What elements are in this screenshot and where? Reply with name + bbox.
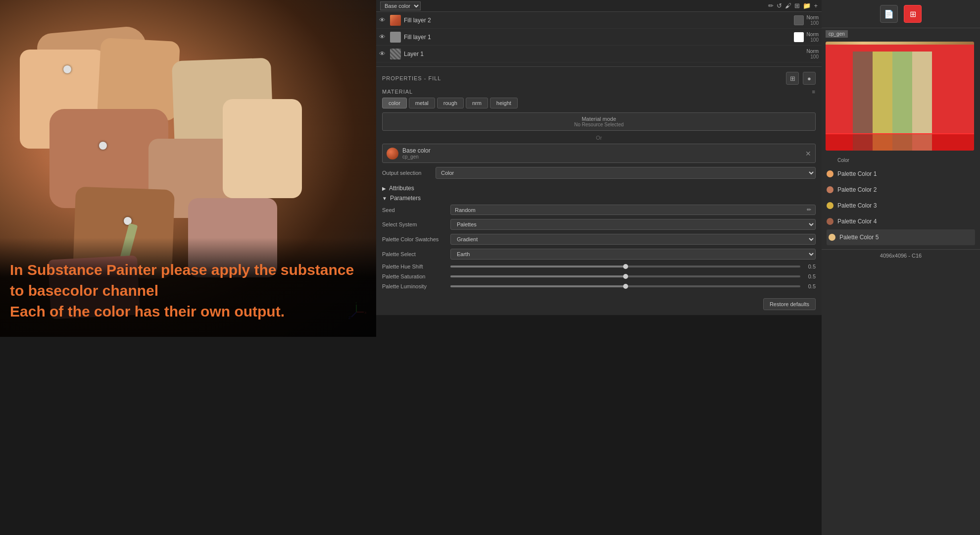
preview-header: 📄 ⊞ [822,0,980,28]
channel-tabs: color metal rough nrm height [382,98,816,108]
preview-panel: 📄 ⊞ cp_gen Color Palette Color 1 [822,0,980,535]
layer-thumbnail [390,49,401,59]
edit-icon[interactable]: ✏ [807,207,811,213]
hue-shift-track[interactable] [450,266,800,268]
document-icon-btn[interactable]: 📄 [880,5,898,23]
luminosity-value: 0.5 [803,283,816,289]
preview-image-area [826,42,974,151]
material-header: MATERIAL ≡ [382,89,816,95]
texture-icon-btn[interactable]: ⊞ [904,5,922,23]
palette-swatches-dropdown[interactable]: Gradient [450,234,816,245]
param-select-system: Select System Palettes [382,219,816,230]
saturation-thumb[interactable] [623,274,628,279]
preview-footer: 4096x4096 - C16 [822,249,980,262]
close-icon[interactable]: ✕ [805,150,811,158]
palette-item-name: Palette Color 1 [837,170,877,177]
properties-header: PROPERTIES - FILL ⊞ ● [382,72,816,85]
hue-shift-thumb[interactable] [623,264,628,269]
saturation-fill [450,275,626,277]
material-mode-box: Material mode No Resource Selected [382,112,816,131]
saturation-slider-container: 0.5 [450,273,816,279]
eye-icon[interactable]: 👁 [379,33,387,41]
color-header-label: Color [837,158,849,163]
palette-item-name: Palette Color 5 [839,234,879,241]
layers-header: Base color ✏ ↺ 🖌 ⊞ 📁 + [376,0,822,12]
tab-rough[interactable]: rough [437,98,464,108]
base-color-info: Base color cp_gen [402,147,801,160]
instruction-line1: In Substance Painter please apply the su… [10,260,366,301]
layer-blend: Norm 100 [807,15,819,26]
saturation-track[interactable] [450,275,800,277]
tab-color[interactable]: color [382,98,407,108]
saturation-value: 0.5 [803,273,816,279]
param-saturation: Palette Saturation 0.5 [382,273,816,279]
luminosity-thumb[interactable] [623,284,628,289]
palette-item[interactable]: Palette Color 1 [827,166,975,182]
luminosity-track[interactable] [450,285,800,287]
layer-name: Fill layer 2 [404,17,791,24]
attributes-label: Attributes [389,185,414,192]
eye-icon[interactable]: 👁 [379,16,387,24]
parameters-toggle[interactable]: ▼ Parameters [382,195,816,202]
palette-select-label: Palette Select [382,251,446,257]
luminosity-slider-container: 0.5 [450,283,816,289]
instruction-line2: Each of the color has their own output. [10,301,366,322]
or-divider: Or [382,135,816,141]
folder-icon[interactable]: 📁 [803,2,811,9]
palette-dot [829,234,835,241]
palette-dot [827,170,833,177]
eye-icon[interactable]: 👁 [379,50,387,57]
layers-icon-btn[interactable]: ⊞ [786,72,799,85]
palette-dot [827,218,833,225]
attributes-toggle[interactable]: ▶ Attributes [382,185,816,192]
layer-row[interactable]: 👁 Layer 1 Norm 100 [376,46,822,62]
layer-name: Fill layer 1 [404,34,791,41]
output-select[interactable]: Color [436,167,816,179]
palette-item[interactable]: Palette Color 2 [827,182,975,198]
restore-defaults-button[interactable]: Restore defaults [763,298,816,310]
seed-text: Random [455,207,476,213]
select-system-dropdown[interactable]: Palettes [450,219,816,230]
material-label: MATERIAL [382,89,413,95]
material-filter-icon: ≡ [812,89,816,95]
layers-header-left: Base color [380,1,421,10]
header-icons: ✏ ↺ 🖌 ⊞ 📁 + [768,2,818,9]
add-layer-icon[interactable]: + [814,2,818,9]
layer-mask [794,15,804,25]
layer-row[interactable]: 👁 Fill layer 1 Norm 100 [376,29,822,46]
chevron-right-icon: ▶ [382,186,386,191]
palette-item-name: Palette Color 3 [837,202,877,209]
layer-thumbnail [390,32,401,43]
tab-height[interactable]: height [490,98,518,108]
layer-icon[interactable]: ⊞ [794,2,800,9]
param-palette-select: Palette Select Earth [382,249,816,260]
channel-select[interactable]: Base color [380,1,421,10]
instruction-overlay: In Substance Painter please apply the su… [0,238,376,337]
param-palette-swatches: Palette Color Swatches Gradient [382,234,816,245]
cp-gen-label: cp_gen [826,30,848,38]
layer-row[interactable]: 👁 Fill layer 2 Norm 100 [376,12,822,29]
history-icon[interactable]: ↺ [777,2,782,9]
hue-shift-fill [450,266,626,268]
hue-shift-slider-container: 0.5 [450,264,816,269]
base-color-row[interactable]: Base color cp_gen ✕ [382,144,816,163]
tab-nrm[interactable]: nrm [466,98,488,108]
palette-dot [827,202,833,209]
properties-icons: ⊞ ● [786,72,816,85]
brush-icon[interactable]: 🖌 [785,2,791,9]
palette-select-dropdown[interactable]: Earth [450,249,816,260]
color-bar [826,42,974,45]
brush-icon-btn[interactable]: ● [803,72,816,85]
hue-shift-label: Palette Hue Shift [382,264,446,269]
tab-metal[interactable]: metal [409,98,435,108]
layer-thumbnail [390,15,401,26]
palette-item[interactable]: Palette Color 4 [827,214,975,229]
palette-item[interactable]: Palette Color 3 [827,198,975,214]
pencil-icon[interactable]: ✏ [768,2,774,9]
luminosity-fill [450,285,626,287]
seed-value[interactable]: Random ✏ [450,205,816,215]
palette-swatches-label: Palette Color Swatches [382,236,446,242]
saturation-label: Palette Saturation [382,273,446,279]
layer-blend: Norm 100 [807,49,819,59]
palette-item[interactable]: Palette Color 5 [827,229,975,245]
